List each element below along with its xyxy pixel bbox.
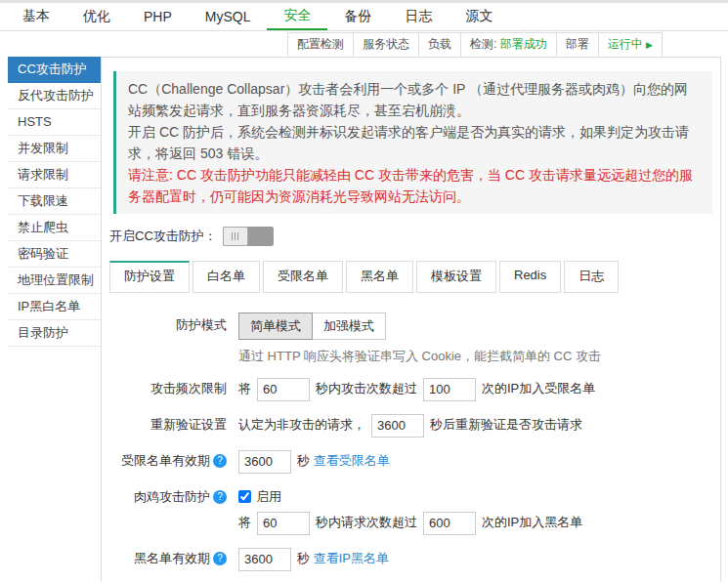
cc-intro-box: CC（Challenge Collapsar）攻击者会利用一个或多个 IP （通… (113, 71, 712, 214)
help-icon[interactable] (213, 552, 227, 565)
sidebar-item-request-limit[interactable]: 请求限制 (8, 162, 101, 188)
running-label: 运行中 (608, 37, 643, 51)
cc-protect-toggle[interactable] (223, 227, 274, 246)
detect-value: 部署成功 (500, 37, 547, 51)
sidebar-item-cc-protect[interactable]: CC攻击防护 (8, 57, 101, 83)
cc-toggle-row: 开启CC攻击防护： (109, 227, 720, 246)
botnet-mid: 秒内请求次数超过 (316, 515, 417, 529)
restricted-expire-row: 受限名单有效期 秒 查看受限名单 (102, 448, 720, 474)
botnet-row: 肉鸡攻击防护 启用 将秒内请求次数超过次的IP加入黑名单 (102, 484, 720, 535)
config-check-button[interactable]: 配置检测 (288, 33, 353, 57)
detect-label: 检测: (470, 37, 496, 51)
tab-log[interactable]: 日志 (388, 3, 449, 30)
revalidate-row: 重新验证设置 认定为非攻击的请求，秒后重新验证是否攻击请求 (102, 412, 720, 437)
revalidate-suffix: 秒后重新验证是否攻击请求 (430, 417, 582, 432)
toggle-knob-icon (223, 227, 248, 246)
restricted-expire-input[interactable] (238, 450, 291, 474)
cc-protect-form: 防护模式 简单模式加强模式 通过 HTTP 响应头将验证串写入 Cookie，能… (102, 312, 720, 582)
tab-log[interactable]: 日志 (564, 261, 619, 293)
freq-seconds-input[interactable] (257, 378, 310, 401)
cc-settings-tabs: 防护设置 白名单 受限名单 黑名单 模板设置 Redis 日志 (109, 261, 720, 293)
botnet-label: 肉鸡攻击防护 (102, 484, 238, 510)
running-arrow-icon: ▶ (646, 40, 653, 50)
tab-security[interactable]: 安全 (267, 3, 327, 30)
running-status-button[interactable]: 运行中 ▶ (598, 33, 662, 57)
blacklist-expire-input[interactable] (238, 548, 291, 571)
sidebar-item-block-spider[interactable]: 禁止爬虫 (8, 215, 101, 241)
load-button[interactable]: 负载 (418, 33, 460, 57)
view-ip-blacklist-link[interactable]: 查看IP黑名单 (314, 551, 389, 565)
botnet-label-text: 肉鸡攻击防护 (134, 489, 210, 504)
revalidate-prefix: 认定为非攻击的请求， (238, 417, 365, 432)
tab-php[interactable]: PHP (127, 3, 189, 30)
sidebar-item-download-speed-limit[interactable]: 下载限速 (8, 188, 101, 215)
service-status-button[interactable]: 服务状态 (353, 33, 418, 57)
tab-whitelist[interactable]: 白名单 (193, 261, 260, 293)
sidebar-item-reverse-proxy-protect[interactable]: 反代攻击防护 (8, 83, 101, 109)
tab-blacklist[interactable]: 黑名单 (346, 261, 413, 293)
sidebar-item-dir-protect[interactable]: 目录防护 (8, 320, 101, 347)
tab-redis[interactable]: Redis (499, 261, 561, 293)
botnet-enable-label: 启用 (256, 489, 281, 504)
view-restricted-list-link[interactable]: 查看受限名单 (314, 453, 390, 468)
tab-optimize[interactable]: 优化 (66, 3, 127, 30)
freq-count-input[interactable] (423, 378, 476, 401)
intro-paragraph-2: 开启 CC 防护后，系统会检测并标识发起请求的客户端是否为真实的请求，如果判定为… (128, 121, 701, 164)
help-icon[interactable] (213, 490, 227, 504)
detect-status[interactable]: 检测: 部署成功 (460, 33, 556, 57)
botnet-count-input[interactable] (423, 512, 476, 535)
tab-source[interactable]: 源文 (449, 3, 509, 30)
mode-label: 防护模式 (102, 312, 238, 338)
attack-frequency-row: 攻击频次限制 将秒内攻击次数超过次的IP加入受限名单 (102, 376, 720, 401)
freq-suffix: 次的IP加入受限名单 (482, 381, 595, 396)
botnet-suffix: 次的IP加入黑名单 (482, 515, 582, 529)
sidebar-item-geo-limit[interactable]: 地理位置限制 (8, 268, 101, 294)
strong-mode-button[interactable]: 加强模式 (312, 312, 386, 340)
cc-protect-panel: CC（Challenge Collapsar）攻击者会利用一个或多个 IP （通… (101, 57, 721, 582)
tab-backup[interactable]: 备份 (327, 3, 388, 30)
cc-toggle-label: 开启CC攻击防护： (109, 228, 217, 245)
status-row: 配置检测 服务状态 负载 检测: 部署成功 部署 运行中 ▶ (101, 31, 721, 57)
botnet-prefix: 将 (238, 515, 251, 529)
botnet-enable-checkbox[interactable] (238, 490, 251, 503)
security-sidebar: CC攻击防护 反代攻击防护 HSTS 并发限制 请求限制 下载限速 禁止爬虫 密… (8, 57, 101, 582)
restricted-expire-label-text: 受限名单有效期 (121, 453, 210, 468)
mode-row: 防护模式 简单模式加强模式 通过 HTTP 响应头将验证串写入 Cookie，能… (102, 312, 720, 365)
freq-mid: 秒内攻击次数超过 (316, 381, 417, 396)
sidebar-item-concurrency-limit[interactable]: 并发限制 (8, 136, 101, 162)
blacklist-expire-unit: 秒 (297, 551, 310, 565)
intro-warning: 请注意: CC 攻击防护功能只能减轻由 CC 攻击带来的危害，当 CC 攻击请求… (128, 164, 701, 207)
sidebar-item-ip-list[interactable]: IP黑白名单 (8, 294, 101, 320)
tab-protect-settings[interactable]: 防护设置 (109, 261, 190, 293)
blacklist-expire-row: 黑名单有效期 秒 查看IP黑名单 (102, 546, 720, 571)
tab-template-settings[interactable]: 模板设置 (416, 261, 496, 293)
mode-help-text: 通过 HTTP 响应头将验证串写入 Cookie，能拦截简单的 CC 攻击 (238, 348, 601, 365)
blacklist-expire-label-text: 黑名单有效期 (134, 551, 210, 565)
simple-mode-button[interactable]: 简单模式 (238, 312, 313, 340)
botnet-seconds-input[interactable] (257, 512, 310, 535)
revalidate-label: 重新验证设置 (102, 412, 238, 437)
tab-restricted-list[interactable]: 受限名单 (263, 261, 343, 293)
restricted-expire-label: 受限名单有效期 (102, 448, 238, 474)
main-column: 配置检测 服务状态 负载 检测: 部署成功 部署 运行中 ▶ CC（Challe… (101, 31, 721, 582)
sidebar-item-hsts[interactable]: HSTS (8, 109, 101, 136)
freq-prefix: 将 (238, 381, 251, 396)
content-area: CC攻击防护 反代攻击防护 HSTS 并发限制 请求限制 下载限速 禁止爬虫 密… (0, 31, 728, 582)
deploy-button[interactable]: 部署 (556, 33, 598, 57)
help-icon[interactable] (213, 454, 227, 468)
restricted-expire-unit: 秒 (297, 453, 310, 468)
top-nav: 基本 优化 PHP MySQL 安全 备份 日志 源文 (0, 3, 728, 31)
tab-basic[interactable]: 基本 (6, 3, 66, 30)
attack-frequency-label: 攻击频次限制 (102, 376, 238, 401)
intro-paragraph-1: CC（Challenge Collapsar）攻击者会利用一个或多个 IP （通… (128, 78, 701, 121)
status-button-group: 配置检测 服务状态 负载 检测: 部署成功 部署 运行中 ▶ (287, 32, 663, 57)
revalidate-seconds-input[interactable] (371, 414, 424, 437)
blacklist-expire-label: 黑名单有效期 (102, 546, 238, 571)
tab-mysql[interactable]: MySQL (189, 3, 268, 30)
sidebar-item-password-auth[interactable]: 密码验证 (8, 241, 101, 268)
